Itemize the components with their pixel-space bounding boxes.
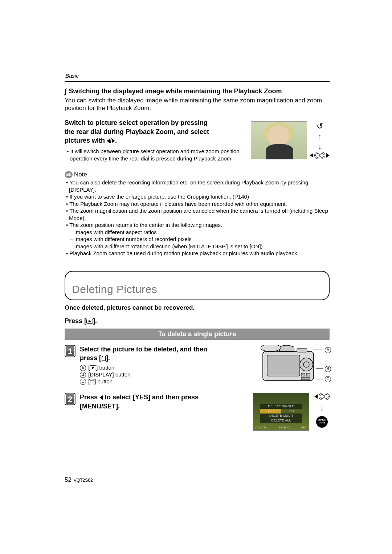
- switch-bullet-text: It will switch between picture select op…: [70, 148, 240, 162]
- menu-footer: CANCEL SELECT SET: [256, 426, 307, 429]
- menu-delete-single: DELETE SINGLE: [260, 404, 302, 409]
- press-playback: Press [].: [65, 317, 330, 325]
- step-2: 2 Press to select [YES] and then press […: [65, 393, 330, 431]
- dial-left-icon: [314, 394, 318, 399]
- switch-bullet: • It will switch between picture select …: [65, 148, 246, 162]
- svg-rect-5: [267, 355, 300, 376]
- lead-a: A: [313, 347, 331, 353]
- step-1-body: Select the picture to be deleted, and th…: [80, 345, 330, 385]
- step-number-2-icon: 2: [65, 393, 75, 405]
- note-label: Note: [74, 171, 87, 178]
- note-subitem: – Images with a different rotation direc…: [65, 243, 330, 250]
- svg-text:1: 1: [68, 347, 72, 356]
- left-arrow-icon: [107, 139, 110, 143]
- zoom-controls: ↺ ↑ ↓: [310, 121, 330, 159]
- page-number: 52: [65, 476, 72, 483]
- svg-rect-10: [301, 373, 305, 376]
- svg-text:2: 2: [68, 395, 72, 404]
- section-title: Deleting Pictures: [72, 282, 322, 296]
- note-heading: Note: [65, 171, 330, 178]
- switching-heading: ∫Switching the displayed image while mai…: [65, 87, 330, 96]
- label-b: B: [80, 372, 86, 378]
- manual-page: Basic ∫Switching the displayed image whi…: [0, 0, 392, 554]
- note-list: • You can also delete the recording info…: [65, 179, 330, 257]
- playback-icon: [86, 319, 93, 324]
- step-2-controls: ↓ MENU /SET: [314, 393, 330, 428]
- annot-a: A [] button: [80, 364, 253, 371]
- note-item: • The zoom magnification and the zoom po…: [65, 207, 330, 221]
- svg-rect-12: [301, 378, 310, 380]
- page-footer: 52VQT2S62: [65, 476, 93, 484]
- annot-b: B [DISPLAY] button: [80, 371, 253, 378]
- note-item: • Playback Zoom cannot be used during mo…: [65, 250, 330, 257]
- doc-id: VQT2S62: [74, 478, 93, 483]
- switch-instruction-l1: Switch to picture select operation by pr…: [65, 119, 208, 126]
- rotate-icon: ↺: [317, 121, 323, 131]
- svg-rect-8: [297, 349, 307, 352]
- step-1: 1 Select the picture to be deleted, and …: [65, 345, 330, 385]
- press-pre: Press [: [65, 317, 86, 325]
- subsection-bar: To delete a single picture: [65, 329, 330, 340]
- note-item: • If you want to save the enlarged pictu…: [65, 193, 330, 200]
- note-item: • You can also delete the recording info…: [65, 179, 330, 193]
- note-subitem: – Images with different numbers of recor…: [65, 236, 330, 243]
- step-2-body: Press to select [YES] and then press [ME…: [80, 393, 330, 431]
- switch-instruction-l2: the rear dial during Playback Zoom, and …: [65, 128, 209, 135]
- switching-body: You can switch the displayed image while…: [65, 97, 330, 112]
- note-item: • The Playback Zoom may not operate if p…: [65, 200, 330, 208]
- switch-instruction-row: Switch to picture select operation by pr…: [65, 118, 330, 162]
- playback-icon: [90, 365, 96, 370]
- up-arrow-icon: ↑: [318, 132, 322, 141]
- header-rule: [65, 81, 330, 82]
- playback-illustration: ↺ ↑ ↓: [251, 118, 330, 162]
- trash-icon: [101, 356, 106, 361]
- lead-c: C: [316, 376, 331, 382]
- annot-c: C [] button: [80, 378, 253, 385]
- note-subitem: – Images with different aspect ratios: [65, 229, 330, 236]
- square-bullet-icon: ∫: [65, 87, 66, 95]
- left-arrow-icon: [99, 395, 103, 400]
- down-arrow-icon: ↓: [318, 142, 322, 151]
- annotation-list: A [] button B [DISPLAY] button C [] butt…: [80, 364, 253, 385]
- menu-delete-all: DELETE ALL: [260, 418, 302, 423]
- camera-illustration: A B C: [261, 345, 330, 385]
- down-arrow-icon: ↓: [320, 403, 324, 413]
- press-post: ].: [93, 317, 97, 325]
- svg-point-9: [261, 345, 281, 351]
- menu-yes-no: YES NO: [260, 409, 302, 414]
- menu-yes: YES: [260, 409, 281, 414]
- step-number-1-icon: 1: [65, 345, 75, 357]
- rear-dial-icon: [314, 393, 330, 400]
- switching-heading-text: Switching the displayed image while main…: [69, 87, 282, 95]
- dial-right-icon: [326, 153, 330, 158]
- rear-dial-icon: [310, 152, 330, 159]
- delete-menu-screen: DELETE SINGLE YES NO DELETE MULTI DELETE…: [253, 393, 309, 431]
- menu-delete-multi: DELETE MULTI: [260, 414, 302, 418]
- right-arrow-icon: [112, 139, 115, 143]
- label-a: A: [80, 365, 86, 371]
- note-item: • The zoom position returns to the cente…: [65, 221, 330, 229]
- delete-warning: Once deleted, pictures cannot be recover…: [65, 304, 330, 311]
- switch-instruction-left: Switch to picture select operation by pr…: [65, 118, 246, 162]
- switch-instruction: Switch to picture select operation by pr…: [65, 118, 246, 145]
- svg-rect-11: [306, 373, 310, 376]
- step-2-title: Press to select [YES] and then press [ME…: [80, 393, 246, 411]
- menu-set-icon: MENU /SET: [316, 416, 328, 428]
- category-label: Basic: [65, 73, 330, 80]
- delete-screen-illustration: DELETE SINGLE YES NO DELETE MULTI DELETE…: [253, 393, 330, 431]
- dial-left-icon: [310, 153, 313, 158]
- trash-icon: [90, 379, 94, 384]
- note-icon: [65, 171, 73, 178]
- section-box: Deleting Pictures: [65, 271, 330, 301]
- svg-point-6: [300, 358, 313, 371]
- switch-instruction-l3-pre: pictures with: [65, 137, 107, 144]
- switch-instruction-l3-post: .: [115, 137, 117, 144]
- step-1-title: Select the picture to be deleted, and th…: [80, 345, 253, 363]
- lead-b: B: [316, 366, 331, 372]
- label-c: C: [80, 379, 86, 385]
- photo-thumbnail: [251, 121, 307, 159]
- menu-no: NO: [281, 409, 303, 414]
